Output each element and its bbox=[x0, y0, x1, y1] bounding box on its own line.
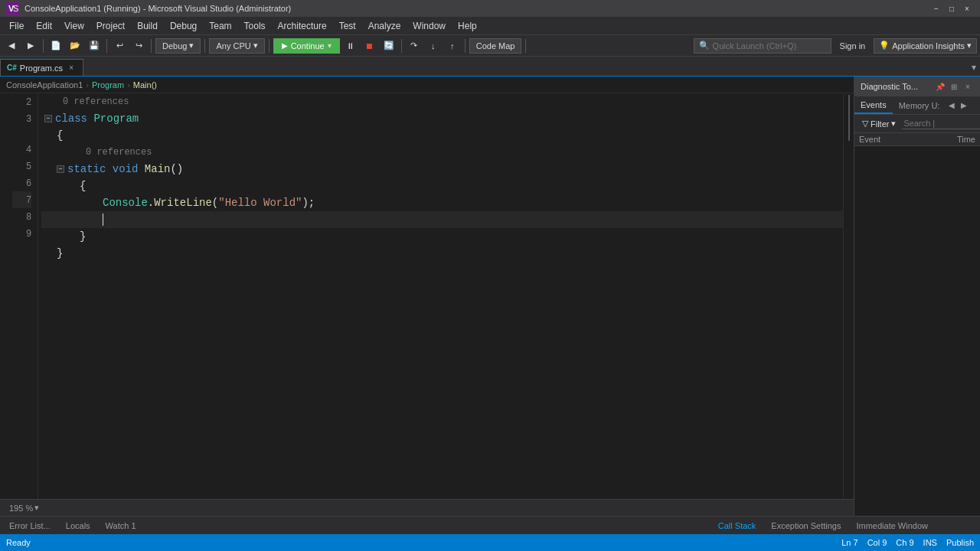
toolbar-open-btn[interactable]: 📂 bbox=[67, 37, 83, 54]
bottom-tab-watch1[interactable]: Watch 1 bbox=[100, 517, 142, 534]
toolbar-step-over-btn[interactable]: ↷ bbox=[406, 37, 423, 54]
code-line-5[interactable]: { bbox=[41, 178, 843, 194]
code-map-btn[interactable]: Code Map bbox=[469, 38, 522, 54]
cpu-target-btn[interactable]: Any CPU ▾ bbox=[209, 38, 264, 54]
code-line-7[interactable] bbox=[41, 211, 843, 228]
dot: . bbox=[148, 194, 154, 211]
toolbar-restart-btn[interactable]: 🔄 bbox=[381, 37, 397, 54]
code-line-3[interactable]: { bbox=[41, 127, 843, 144]
breadcrumb-method[interactable]: Main() bbox=[133, 80, 157, 90]
bottom-tab-error-list[interactable]: Error List... bbox=[3, 517, 57, 534]
bottom-tab-immediate[interactable]: Immediate Window bbox=[850, 517, 934, 534]
bottom-tab-locals[interactable]: Locals bbox=[60, 517, 96, 534]
svg-text:S: S bbox=[13, 4, 18, 13]
toolbar-sep6 bbox=[401, 39, 402, 53]
toolbar-new-btn[interactable]: 📄 bbox=[47, 37, 64, 54]
app-insights-label: Application Insights bbox=[892, 41, 965, 51]
collapse-btn-main[interactable]: − bbox=[57, 165, 64, 173]
tab-close-btn[interactable]: × bbox=[66, 63, 77, 73]
app-insights-btn[interactable]: 💡 Application Insights ▾ bbox=[874, 38, 977, 54]
editor-main: ConsoleApplication1 › Program › Main() 2… bbox=[0, 77, 854, 516]
menu-item-edit[interactable]: Edit bbox=[30, 17, 58, 34]
diag-search-input[interactable] bbox=[902, 118, 980, 129]
continue-btn[interactable]: ▶ Continue ▾ bbox=[273, 38, 340, 54]
status-line[interactable]: Ln 7 bbox=[841, 538, 858, 547]
menu-item-project[interactable]: Project bbox=[90, 17, 131, 34]
tab-program-cs-label: Program.cs bbox=[20, 64, 63, 73]
filter-icon: ▽ bbox=[862, 119, 868, 129]
bottom-tab-exception[interactable]: Exception Settings bbox=[765, 517, 847, 534]
diag-tab-memory[interactable]: Memory U: bbox=[893, 96, 946, 114]
debug-mode-btn[interactable]: Debug ▾ bbox=[155, 38, 201, 54]
status-publish[interactable]: Publish bbox=[946, 538, 974, 547]
scrollbar-gutter[interactable] bbox=[843, 93, 854, 499]
minimize-btn[interactable]: − bbox=[929, 2, 943, 15]
title-text: ConsoleApplication1 (Running) - Microsof… bbox=[24, 4, 291, 13]
hint-main-references: 0 references bbox=[41, 144, 843, 161]
toolbar-undo-btn[interactable]: ↩ bbox=[111, 37, 128, 54]
collapse-btn-class[interactable]: − bbox=[44, 115, 52, 122]
status-col[interactable]: Col 9 bbox=[867, 538, 887, 547]
toolbar-step-into-btn[interactable]: ↓ bbox=[425, 37, 442, 54]
menu-item-team[interactable]: Team bbox=[203, 17, 237, 34]
diag-tab-scroll-right[interactable]: ▶ bbox=[958, 96, 970, 114]
tab-scroll-right[interactable]: ▾ bbox=[968, 59, 980, 76]
quick-launch-area[interactable]: 🔍 bbox=[694, 38, 831, 54]
breadcrumb-project[interactable]: ConsoleApplication1 bbox=[6, 80, 83, 90]
bottom-tab-locals-label: Locals bbox=[66, 521, 90, 530]
hint-text-main: 0 references bbox=[47, 144, 152, 161]
filter-btn[interactable]: ▽ Filter ▾ bbox=[859, 118, 899, 129]
status-ready[interactable]: Ready bbox=[6, 538, 31, 547]
quick-launch-input[interactable] bbox=[713, 41, 820, 51]
zoom-indicator[interactable]: 195 % ▾ bbox=[6, 503, 42, 513]
editor-code-area[interactable]: 2 3 4 5 6 7 8 9 bbox=[0, 93, 854, 499]
close-btn[interactable]: × bbox=[960, 2, 974, 15]
toolbar-stop-btn[interactable]: ⏹ bbox=[361, 37, 378, 54]
status-ch[interactable]: Ch 9 bbox=[896, 538, 913, 547]
toolbar-save-btn[interactable]: 💾 bbox=[86, 37, 103, 54]
diag-tab-scroll-left[interactable]: ◀ bbox=[946, 96, 958, 114]
code-line-2[interactable]: − class Program bbox=[41, 110, 843, 127]
string-hello: "Hello World" bbox=[218, 194, 302, 211]
paren-open: ( bbox=[212, 194, 218, 211]
breadcrumb-class[interactable]: Program bbox=[92, 80, 124, 90]
diag-content[interactable] bbox=[854, 146, 980, 516]
code-line-4[interactable]: − static void Main () bbox=[41, 161, 843, 178]
diag-pin-btn[interactable]: 📌 bbox=[934, 80, 946, 93]
toolbar-sep4 bbox=[204, 39, 205, 53]
menu-item-window[interactable]: Window bbox=[407, 17, 452, 34]
brace-open: { bbox=[57, 127, 63, 144]
code-line-9[interactable]: } bbox=[41, 245, 843, 262]
code-content[interactable]: 0 references − class Program { bbox=[38, 93, 843, 499]
menu-item-help[interactable]: Help bbox=[452, 17, 483, 34]
maximize-btn[interactable]: □ bbox=[945, 2, 959, 15]
code-line-6[interactable]: Console . WriteLine ( "Hello World" ); bbox=[41, 194, 843, 211]
menu-item-view[interactable]: View bbox=[58, 17, 90, 34]
signin-btn[interactable]: Sign in bbox=[834, 41, 872, 51]
code-line-8[interactable]: } bbox=[41, 228, 843, 245]
scrollbar-thumb[interactable] bbox=[848, 95, 850, 141]
tab-program-cs[interactable]: C# Program.cs × bbox=[0, 59, 83, 76]
status-ins[interactable]: INS bbox=[923, 538, 937, 547]
toolbar-pause-btn[interactable]: ⏸ bbox=[342, 37, 359, 54]
menu-item-build[interactable]: Build bbox=[131, 17, 164, 34]
toolbar-forward-btn[interactable]: ▶ bbox=[22, 37, 39, 54]
toolbar-sep5 bbox=[269, 39, 270, 53]
toolbar-back-btn[interactable]: ◀ bbox=[3, 37, 20, 54]
diag-close-btn[interactable]: × bbox=[962, 80, 974, 93]
menu-item-test[interactable]: Test bbox=[333, 17, 362, 34]
toolbar-step-out-btn[interactable]: ↑ bbox=[444, 37, 461, 54]
menu-item-debug[interactable]: Debug bbox=[164, 17, 203, 34]
cpu-target-arrow: ▾ bbox=[253, 41, 258, 51]
diag-maximize-btn[interactable]: ⊞ bbox=[948, 80, 960, 93]
hint-text-0ref: 0 references bbox=[47, 93, 129, 110]
diag-tab-events[interactable]: Events bbox=[854, 96, 893, 114]
bottom-tab-callstack-label: Call Stack bbox=[718, 521, 756, 530]
app-insights-icon: 💡 bbox=[879, 41, 890, 51]
toolbar-redo-btn[interactable]: ↪ bbox=[130, 37, 147, 54]
bottom-tab-callstack[interactable]: Call Stack bbox=[712, 517, 763, 534]
menu-item-file[interactable]: File bbox=[3, 17, 30, 34]
menu-item-tools[interactable]: Tools bbox=[238, 17, 272, 34]
menu-item-analyze[interactable]: Analyze bbox=[362, 17, 407, 34]
menu-item-architecture[interactable]: Architecture bbox=[272, 17, 333, 34]
